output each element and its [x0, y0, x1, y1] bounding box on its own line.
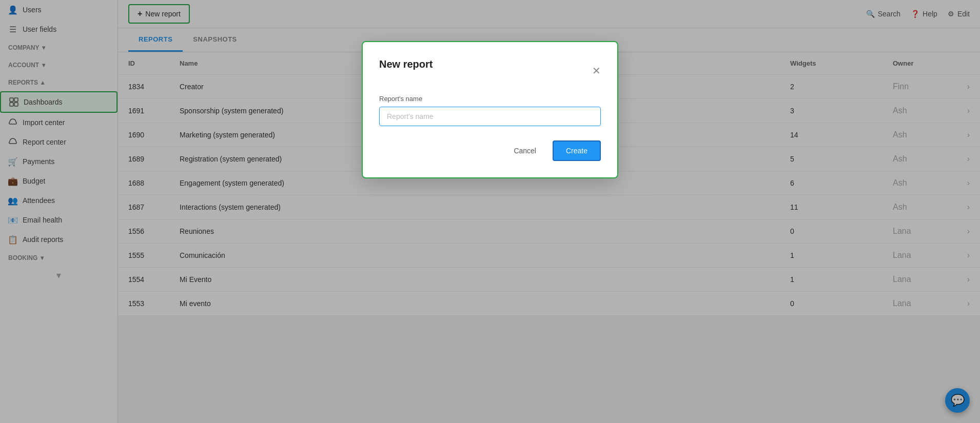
create-button[interactable]: Create: [553, 140, 601, 161]
report-name-label: Report's name: [379, 95, 601, 103]
modal-overlay[interactable]: New report ✕ Report's name Cancel Create: [0, 0, 980, 423]
modal-title: New report: [379, 58, 433, 70]
new-report-modal: New report ✕ Report's name Cancel Create: [362, 41, 618, 178]
modal-actions: Cancel Create: [379, 140, 601, 161]
cancel-button[interactable]: Cancel: [503, 140, 546, 161]
modal-close-button[interactable]: ✕: [592, 66, 601, 76]
modal-header: New report ✕: [379, 58, 601, 83]
report-name-input[interactable]: [379, 107, 601, 126]
